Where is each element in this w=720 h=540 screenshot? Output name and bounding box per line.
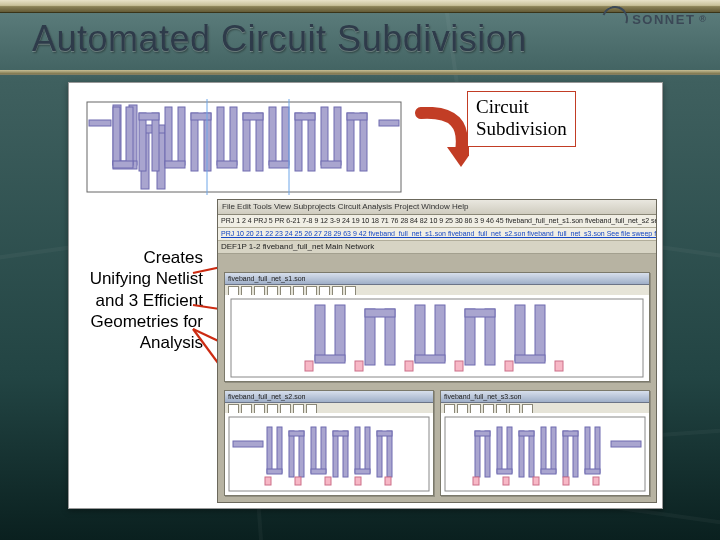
svg-rect-83 [377, 431, 382, 477]
svg-rect-114 [563, 477, 569, 485]
svg-rect-50 [365, 309, 395, 317]
svg-rect-110 [585, 469, 600, 474]
svg-rect-75 [321, 427, 326, 473]
svg-rect-7 [113, 107, 120, 165]
svg-rect-32 [334, 107, 341, 165]
svg-rect-28 [295, 113, 302, 171]
svg-rect-113 [533, 477, 539, 485]
svg-rect-18 [191, 113, 211, 120]
netlist-def-label: DEF1P 1-2 fiveband_full_net Main Network [218, 241, 656, 254]
svg-rect-29 [308, 113, 315, 171]
svg-rect-52 [435, 305, 445, 361]
svg-rect-14 [178, 107, 185, 165]
svg-rect-2 [89, 120, 111, 126]
svg-rect-61 [355, 361, 363, 371]
svg-rect-9 [113, 161, 133, 168]
svg-rect-23 [256, 113, 263, 171]
subwindow-2[interactable]: fiveband_full_net_s2.son [224, 390, 434, 496]
svg-rect-68 [267, 427, 272, 473]
svg-rect-104 [541, 469, 556, 474]
slide: SONNET ® Automated Circuit Subdivision [0, 0, 720, 540]
svg-rect-106 [573, 431, 578, 477]
svg-rect-47 [315, 355, 345, 363]
svg-rect-21 [217, 161, 237, 168]
svg-rect-84 [387, 431, 392, 477]
svg-rect-56 [465, 309, 495, 317]
svg-rect-112 [503, 477, 509, 485]
svg-rect-90 [385, 477, 391, 485]
svg-rect-65 [555, 361, 563, 371]
content-panel: Circuit Subdivision Creates Unifying Net… [68, 82, 663, 509]
callout-text: Circuit Subdivision [476, 96, 567, 139]
svg-rect-105 [563, 431, 568, 477]
title-underline [0, 70, 720, 75]
svg-rect-11 [152, 113, 159, 171]
svg-rect-53 [415, 355, 445, 363]
svg-rect-72 [299, 431, 304, 477]
svg-rect-46 [335, 305, 345, 361]
svg-rect-67 [233, 441, 263, 447]
svg-rect-16 [191, 113, 198, 171]
svg-rect-76 [311, 469, 326, 474]
svg-rect-109 [595, 427, 600, 473]
svg-rect-86 [265, 477, 271, 485]
registered-icon: ® [699, 15, 706, 24]
hairpin-full-figure [79, 87, 409, 207]
menubar[interactable]: File Edit Tools View Subprojects Circuit… [218, 200, 656, 215]
svg-rect-10 [139, 113, 146, 171]
svg-rect-12 [139, 113, 159, 120]
svg-rect-60 [305, 361, 313, 371]
project-line-1: PRJ 1 2 4 PRJ 5 PR 6-21 7-8 9 12 3-9 24 … [218, 215, 656, 228]
svg-rect-70 [267, 469, 282, 474]
svg-rect-95 [475, 431, 490, 436]
subwindow-canvas [441, 413, 649, 495]
svg-rect-79 [333, 431, 348, 436]
svg-rect-89 [355, 477, 361, 485]
svg-rect-98 [497, 469, 512, 474]
subwindow-1[interactable]: fiveband_full_net_s1.son [224, 272, 650, 382]
svg-rect-108 [585, 427, 590, 473]
svg-rect-103 [551, 427, 556, 473]
page-title: Automated Circuit Subdivision [32, 18, 700, 60]
svg-rect-45 [315, 305, 325, 361]
svg-rect-15 [165, 161, 185, 168]
svg-rect-96 [497, 427, 502, 473]
svg-marker-39 [447, 147, 469, 167]
svg-rect-26 [282, 107, 289, 165]
svg-rect-59 [515, 355, 545, 363]
arrow-to-callout [415, 107, 469, 167]
svg-rect-101 [519, 431, 534, 436]
svg-rect-57 [515, 305, 525, 361]
subwindow-title: fiveband_full_net_s3.son [441, 391, 649, 403]
app-container: File Edit Tools View Subprojects Circuit… [217, 199, 657, 503]
svg-rect-92 [611, 441, 641, 447]
svg-rect-81 [365, 427, 370, 473]
svg-rect-51 [415, 305, 425, 361]
svg-rect-30 [295, 113, 315, 120]
svg-rect-100 [529, 431, 534, 477]
svg-rect-107 [563, 431, 578, 436]
svg-rect-36 [347, 113, 367, 120]
subwindow-title: fiveband_full_net_s2.son [225, 391, 433, 403]
svg-rect-3 [379, 120, 399, 126]
svg-rect-94 [485, 431, 490, 477]
callout-box: Circuit Subdivision [467, 91, 576, 147]
svg-rect-80 [355, 427, 360, 473]
svg-rect-63 [455, 361, 463, 371]
svg-rect-85 [377, 431, 392, 436]
svg-rect-24 [243, 113, 263, 120]
annotation-text: Creates Unifying Netlist and 3 Efficient… [83, 247, 203, 353]
svg-rect-97 [507, 427, 512, 473]
svg-rect-64 [505, 361, 513, 371]
svg-rect-87 [295, 477, 301, 485]
svg-rect-35 [360, 113, 367, 171]
svg-rect-88 [325, 477, 331, 485]
svg-rect-22 [243, 113, 250, 171]
svg-rect-73 [289, 431, 304, 436]
subwindow-title: fiveband_full_net_s1.son [225, 273, 649, 285]
svg-rect-25 [269, 107, 276, 165]
subwindow-3[interactable]: fiveband_full_net_s3.son [440, 390, 650, 496]
svg-rect-62 [405, 361, 413, 371]
svg-rect-77 [333, 431, 338, 477]
svg-rect-71 [289, 431, 294, 477]
